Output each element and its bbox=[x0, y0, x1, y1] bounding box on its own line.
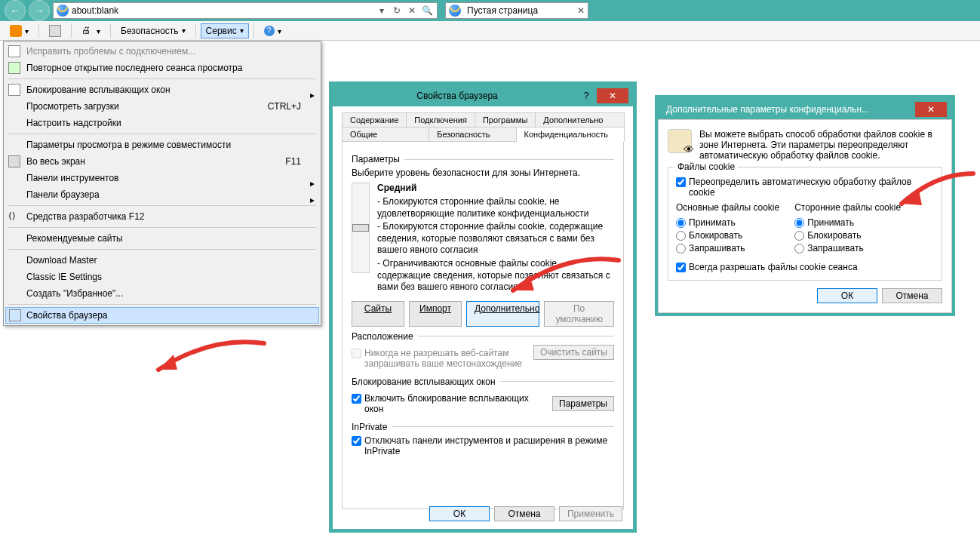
close-icon[interactable]: ✕ bbox=[577, 5, 585, 16]
dropdown-icon[interactable]: ▾ bbox=[375, 4, 389, 17]
first-ask-radio[interactable]: Запрашивать bbox=[676, 243, 779, 253]
level-description: Средний - Блокируются сторонние файлы co… bbox=[377, 183, 614, 295]
advanced-button[interactable]: Дополнительно bbox=[466, 301, 539, 327]
import-button[interactable]: Импорт bbox=[409, 301, 462, 327]
dialog-title: Дополнительные параметры конфиденциальн.… bbox=[663, 104, 914, 115]
third-ask-radio[interactable]: Запрашивать bbox=[794, 243, 901, 253]
menu-devtools[interactable]: ⟨⟩Средства разработчика F12 bbox=[5, 208, 319, 225]
cookies-group: Файлы cookie Переопределить автоматическ… bbox=[668, 167, 942, 281]
menu-recommended[interactable]: Рекомендуемые сайты bbox=[5, 230, 319, 247]
menu-fix-connection[interactable]: Исправить проблемы с подключением... bbox=[5, 43, 319, 60]
privacy-slider[interactable] bbox=[352, 183, 370, 273]
svg-marker-0 bbox=[158, 355, 177, 370]
sites-button[interactable]: Сайты bbox=[352, 301, 404, 327]
back-button[interactable]: ← bbox=[5, 0, 26, 21]
ie-icon bbox=[57, 5, 69, 17]
stop-icon[interactable]: ✕ bbox=[405, 4, 419, 17]
menu-download-master[interactable]: Download Master bbox=[5, 252, 319, 269]
cancel-button[interactable]: Отмена bbox=[882, 288, 942, 303]
third-party-label: Сторонние файлы cookie bbox=[794, 202, 901, 213]
help-button[interactable]: ? bbox=[259, 23, 287, 38]
location-label: Расположение bbox=[352, 331, 614, 342]
popup-checkbox[interactable]: Включить блокирование всплывающих окон bbox=[352, 393, 546, 414]
first-party-label: Основные файлы cookie bbox=[676, 202, 779, 213]
tab-programs[interactable]: Программы bbox=[475, 112, 536, 128]
tab-connections[interactable]: Подключения bbox=[406, 112, 475, 128]
tab-security[interactable]: Безопасность bbox=[429, 127, 516, 142]
service-dropdown: Исправить проблемы с подключением... Пов… bbox=[3, 41, 321, 326]
clear-sites-button: Очистить сайты bbox=[533, 345, 614, 360]
session-checkbox[interactable]: Всегда разрешать файлы cookie сеанса bbox=[676, 262, 934, 272]
first-block-radio[interactable]: Блокировать bbox=[676, 230, 779, 241]
intro-text: Вы можете выбрать способ обработки файло… bbox=[699, 129, 942, 161]
menu-create-favorite[interactable]: Создать "Избранное"... bbox=[5, 285, 319, 302]
ok-button[interactable]: ОК bbox=[817, 288, 877, 303]
params-label: Параметры bbox=[352, 154, 614, 164]
popup-params-button[interactable]: Параметры bbox=[552, 396, 614, 411]
third-accept-radio[interactable]: Принимать bbox=[794, 217, 901, 228]
third-block-radio[interactable]: Блокировать bbox=[794, 230, 901, 241]
menu-browser-properties[interactable]: Свойства браузера bbox=[5, 307, 319, 324]
first-accept-radio[interactable]: Принимать bbox=[676, 217, 779, 228]
ok-button[interactable]: ОК bbox=[429, 506, 490, 521]
ie-icon bbox=[449, 5, 461, 17]
security-menu[interactable]: Безопасность bbox=[115, 23, 191, 38]
dialog-title: Свойства браузера bbox=[337, 91, 577, 101]
popup-label: Блокирование всплывающих окон bbox=[352, 376, 614, 387]
menu-compat-view[interactable]: Параметры просмотра в режиме совместимос… bbox=[5, 137, 319, 153]
close-button[interactable]: ✕ bbox=[597, 88, 628, 103]
inprivate-checkbox[interactable]: Отключать панели инструментов и расширен… bbox=[352, 435, 614, 456]
address-bar[interactable]: about:blank ▾ ↻ ✕ 🔍 bbox=[53, 2, 438, 19]
privacy-icon bbox=[668, 129, 692, 153]
menu-popup-blocker[interactable]: Блокирование всплывающих окон bbox=[5, 81, 319, 98]
location-checkbox[interactable]: Никогда не разрешать веб-сайтам запрашив… bbox=[352, 348, 527, 369]
browser-toolbar: 🖨 Безопасность Сервис ? bbox=[0, 21, 980, 41]
read-mail-button[interactable] bbox=[44, 23, 66, 39]
tab-general[interactable]: Общие bbox=[342, 127, 429, 142]
advanced-privacy-dialog: Дополнительные параметры конфиденциальн.… bbox=[658, 98, 952, 313]
menu-fullscreen[interactable]: Во весь экранF11 bbox=[5, 153, 319, 170]
annotation-arrow-1 bbox=[136, 332, 272, 392]
override-checkbox[interactable]: Переопределить автоматическую обработку … bbox=[676, 177, 934, 198]
default-button: По умолчанию bbox=[544, 301, 614, 327]
service-menu[interactable]: Сервис bbox=[201, 23, 249, 38]
menu-reopen-session[interactable]: Повторное открытие последнего сеанса про… bbox=[5, 60, 319, 76]
forward-button[interactable]: → bbox=[29, 0, 50, 21]
apply-button: Применить bbox=[559, 506, 622, 521]
menu-browser-panels[interactable]: Панели браузера bbox=[5, 186, 319, 203]
tab-privacy[interactable]: Конфиденциальность bbox=[516, 127, 625, 142]
browser-tab[interactable]: Пустая страница ✕ bbox=[445, 2, 588, 19]
menu-tool-panels[interactable]: Панели инструментов bbox=[5, 170, 319, 186]
tab-title: Пустая страница bbox=[467, 5, 538, 16]
menu-addons[interactable]: Настроить надстройки bbox=[5, 115, 319, 131]
help-button[interactable]: ? bbox=[577, 88, 595, 103]
tab-advanced[interactable]: Дополнительно bbox=[535, 112, 625, 128]
print-button[interactable]: 🖨 bbox=[76, 23, 106, 39]
menu-downloads[interactable]: Просмотреть загрузкиCTRL+J bbox=[5, 98, 319, 115]
properties-tabs: Содержание Подключения Программы Дополни… bbox=[342, 112, 624, 141]
refresh-icon[interactable]: ↻ bbox=[390, 4, 404, 17]
tab-content[interactable]: Содержание bbox=[342, 112, 407, 128]
menu-classic-ie[interactable]: Classic IE Settings bbox=[5, 269, 319, 285]
inprivate-label: InPrivate bbox=[352, 422, 614, 432]
feeds-button[interactable] bbox=[5, 23, 34, 39]
close-button[interactable]: ✕ bbox=[915, 102, 947, 117]
browser-properties-dialog: Свойства браузера ? ✕ Содержание Подключ… bbox=[332, 84, 634, 530]
select-level-text: Выберите уровень безопасности для зоны И… bbox=[352, 167, 614, 178]
address-url: about:blank bbox=[72, 5, 118, 16]
search-icon[interactable]: 🔍 bbox=[420, 4, 434, 17]
cancel-button[interactable]: Отмена bbox=[494, 506, 555, 521]
